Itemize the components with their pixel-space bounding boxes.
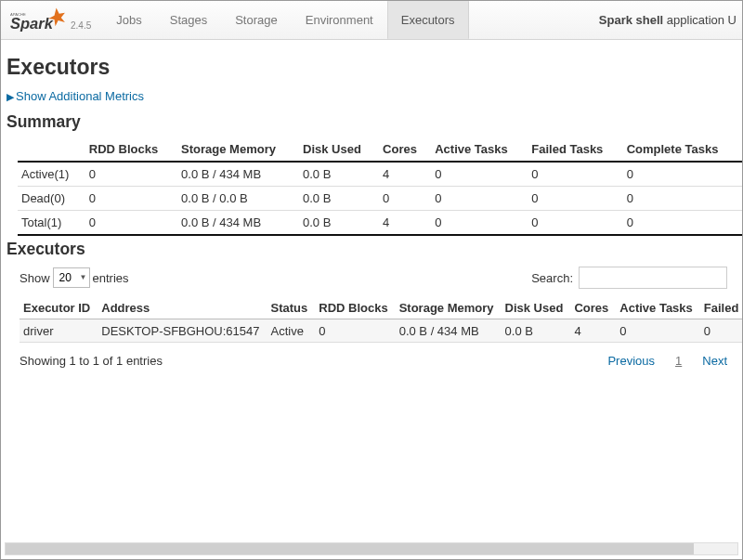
exec-col-failed-tasks[interactable]: Failed Tasks <box>700 296 743 319</box>
row-label: Active(1) <box>18 162 85 187</box>
cell: 4 <box>379 162 431 187</box>
summary-col-failed-tasks[interactable]: Failed Tasks <box>528 137 622 162</box>
summary-col-disk-used[interactable]: Disk Used <box>299 137 379 162</box>
search-input[interactable] <box>579 267 727 289</box>
summary-heading: Summary <box>7 112 743 132</box>
cell: 0 <box>85 211 177 236</box>
brand[interactable]: APACHE Spark 2.4.5 <box>10 7 91 34</box>
cell: 0 <box>431 211 528 236</box>
tab-jobs[interactable]: Jobs <box>102 1 155 39</box>
exec-col-status[interactable]: Status <box>267 296 316 319</box>
page-size-select[interactable]: 20 <box>53 267 90 288</box>
caret-right-icon: ▶ <box>7 91 14 102</box>
pager-next[interactable]: Next <box>702 354 727 368</box>
summary-col-blank[interactable] <box>18 137 85 162</box>
tab-storage[interactable]: Storage <box>221 1 292 39</box>
show-additional-metrics-link[interactable]: ▶Show Additional Metrics <box>7 89 144 103</box>
cell: Active <box>267 319 316 343</box>
app-name[interactable]: Spark shell application U <box>599 13 736 27</box>
cell: 0.0 B <box>502 319 571 343</box>
cell: 0 <box>623 162 741 187</box>
tab-executors[interactable]: Executors <box>387 1 469 39</box>
exec-col-cores[interactable]: Cores <box>570 296 616 319</box>
tab-environment[interactable]: Environment <box>292 1 387 39</box>
pager: Previous 1 Next <box>607 354 727 368</box>
pager-previous[interactable]: Previous <box>607 354 655 368</box>
table-info: Showing 1 to 1 of 1 entries <box>20 354 163 368</box>
cell: 0.0 B <box>299 187 379 211</box>
exec-col-rdd-blocks[interactable]: RDD Blocks <box>315 296 395 319</box>
summary-col-complete-tasks[interactable]: Complete Tasks <box>623 137 741 162</box>
cell: 0 <box>528 211 622 236</box>
table-row: Active(1)00.0 B / 434 MB0.0 B40000 <box>18 162 743 187</box>
executors-heading: Executors <box>7 240 743 259</box>
cell: 0 <box>623 187 741 211</box>
cell: 0 <box>85 187 177 211</box>
table-row: Total(1)00.0 B / 434 MB0.0 B40000 <box>18 211 743 236</box>
row-label: Dead(0) <box>18 187 85 211</box>
summary-col-active-tasks[interactable]: Active Tasks <box>431 137 528 162</box>
cell: 0 <box>528 187 622 211</box>
table-row: driverDESKTOP-SFBGHOU:61547Active00.0 B … <box>20 319 743 343</box>
cell: 0 <box>623 211 741 236</box>
cell: 4 <box>570 319 616 343</box>
svg-text:Spark: Spark <box>10 15 54 33</box>
cell: DESKTOP-SFBGHOU:61547 <box>98 319 267 343</box>
summary-col-rdd-blocks[interactable]: RDD Blocks <box>85 137 177 162</box>
cell: 0 <box>85 162 177 187</box>
cell: 4 <box>379 211 431 236</box>
cell: 0.0 B <box>299 211 379 236</box>
exec-col-address[interactable]: Address <box>98 296 267 319</box>
summary-col-cores[interactable]: Cores <box>379 137 431 162</box>
summary-table: RDD Blocks Storage Memory Disk Used Core… <box>18 137 743 236</box>
page-title: Executors <box>7 55 743 80</box>
cell: 0 <box>700 319 743 343</box>
show-label-pre: Show <box>20 271 50 285</box>
cell: 0 <box>379 187 431 211</box>
spark-logo-icon: APACHE Spark <box>10 7 68 34</box>
app-name-rest: application U <box>663 13 736 27</box>
table-controls: Show 20 entries Search: <box>20 267 743 289</box>
cell: 0 <box>431 187 528 211</box>
exec-col-active-tasks[interactable]: Active Tasks <box>616 296 700 319</box>
content: Executors ▶Show Additional Metrics Summa… <box>1 40 743 368</box>
brand-version: 2.4.5 <box>71 20 91 31</box>
tab-stages[interactable]: Stages <box>156 1 221 39</box>
cell: 0 <box>315 319 395 343</box>
show-label-post: entries <box>93 271 129 285</box>
cell: 0.0 B <box>299 162 379 187</box>
collapse-link-label: Show Additional Metrics <box>16 89 144 103</box>
navbar: APACHE Spark 2.4.5 Jobs Stages Storage E… <box>1 1 742 40</box>
cell: 0 <box>431 162 528 187</box>
summary-col-storage-memory[interactable]: Storage Memory <box>177 137 299 162</box>
horizontal-scrollbar[interactable] <box>5 542 738 555</box>
table-footer: Showing 1 to 1 of 1 entries Previous 1 N… <box>20 354 743 368</box>
nav-tabs: Jobs Stages Storage Environment Executor… <box>102 1 468 39</box>
cell: 0.0 B / 0.0 B <box>177 187 299 211</box>
cell: 0.0 B / 434 MB <box>396 319 502 343</box>
cell: 0 <box>616 319 700 343</box>
pager-page-1[interactable]: 1 <box>671 354 685 368</box>
summary-header-row: RDD Blocks Storage Memory Disk Used Core… <box>18 137 743 162</box>
scrollbar-thumb[interactable] <box>6 543 694 554</box>
cell: 0.0 B / 434 MB <box>177 162 299 187</box>
cell: 0 <box>528 162 622 187</box>
table-row: Dead(0)00.0 B / 0.0 B0.0 B00000 <box>18 187 743 211</box>
executors-header-row: Executor ID Address Status RDD Blocks St… <box>20 296 743 319</box>
search-label: Search: <box>531 271 573 285</box>
executors-table: Executor ID Address Status RDD Blocks St… <box>20 296 743 343</box>
exec-col-storage-memory[interactable]: Storage Memory <box>396 296 502 319</box>
app-name-bold: Spark shell <box>599 13 663 27</box>
row-label: Total(1) <box>18 211 85 236</box>
exec-col-disk-used[interactable]: Disk Used <box>502 296 571 319</box>
exec-col-id[interactable]: Executor ID <box>20 296 98 319</box>
cell: driver <box>20 319 98 343</box>
cell: 0.0 B / 434 MB <box>177 211 299 236</box>
